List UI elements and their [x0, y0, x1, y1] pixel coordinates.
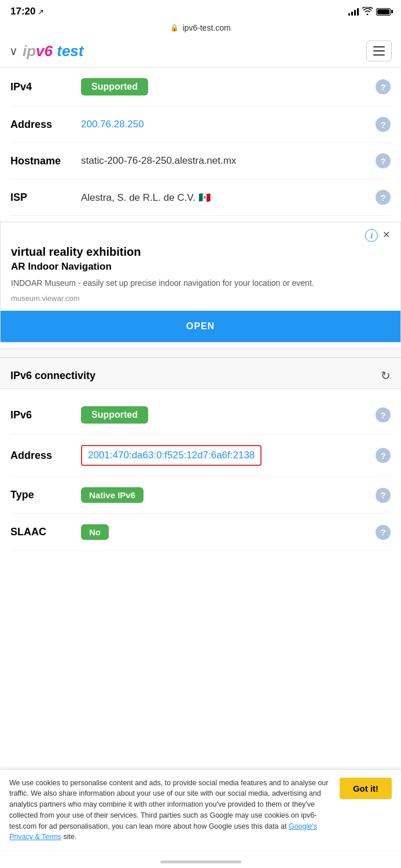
isp-label: ISP: [10, 192, 74, 204]
wifi-icon: [362, 7, 373, 17]
ad-close-icon[interactable]: ✕: [382, 229, 390, 242]
cookie-text: We use cookies to personalise content an…: [9, 778, 333, 843]
hamburger-line: [373, 50, 385, 52]
slaac-row: SLAAC No ?: [10, 514, 391, 551]
ipv4-section: IPv4 Supported ? Address 200.76.28.250 ?…: [0, 68, 401, 216]
ipv6-type-row: Type Native IPv6 ?: [10, 477, 391, 514]
ad-section: i ✕ virtual reality exhibition AR Indoor…: [0, 222, 401, 343]
ipv6-supported-badge: Supported: [81, 406, 148, 424]
cookie-banner: We use cookies to personalise content an…: [0, 769, 401, 851]
ipv6-section-header: IPv6 connectivity ↻: [0, 358, 401, 389]
address-help-icon[interactable]: ?: [376, 117, 391, 132]
ipv6-row: IPv6 Supported ?: [10, 396, 391, 435]
location-icon: ↗: [38, 8, 44, 16]
hostname-label: Hostname: [10, 155, 74, 167]
hamburger-menu-button[interactable]: [366, 41, 392, 61]
ad-open-button[interactable]: OPEN: [1, 311, 400, 342]
slaac-no-badge: No: [81, 524, 109, 540]
refresh-icon[interactable]: ↻: [381, 369, 391, 382]
status-time: 17:20: [10, 6, 35, 17]
signal-bars-icon: [348, 8, 359, 16]
ad-title-sub: AR Indoor Navigation: [11, 261, 390, 273]
ad-info-icon[interactable]: i: [365, 229, 378, 242]
ipv6-section: IPv6 Supported ? Address 2001:470:da63:0…: [0, 396, 401, 551]
ipv4-address-row: Address 200.76.28.250 ?: [10, 106, 391, 143]
hostname-help-icon[interactable]: ?: [376, 153, 391, 168]
chevron-down-icon[interactable]: ∨: [9, 44, 18, 58]
hamburger-line: [373, 46, 385, 47]
nav-bar: ∨ ipv6 test: [0, 37, 401, 68]
isp-value: Alestra, S. de R.L. de C.V. 🇲🇽: [81, 192, 369, 204]
ad-url: museum.viewar.com: [11, 294, 390, 303]
site-title-ip: ip: [23, 42, 36, 60]
status-icons: [348, 7, 391, 17]
ipv4-address-value[interactable]: 200.76.28.250: [81, 119, 369, 130]
ipv6-address-row: Address 2001:470:da63:0:f525:12d7:6a6f:2…: [10, 435, 391, 477]
home-indicator: [160, 860, 241, 863]
cookie-text-main: We use cookies to personalise content an…: [9, 779, 329, 830]
site-logo: ipv6 test: [23, 42, 84, 60]
site-title-v6: v6: [36, 42, 53, 60]
isp-row: ISP Alestra, S. de R.L. de C.V. 🇲🇽 ?: [10, 179, 391, 216]
native-ipv6-badge: Native IPv6: [81, 487, 144, 503]
ipv4-supported-badge: Supported: [81, 78, 148, 95]
ipv6-address-value: 2001:470:da63:0:f525:12d7:6a6f:2138: [88, 450, 255, 461]
ipv6-help-icon[interactable]: ?: [376, 407, 391, 422]
type-label: Type: [10, 489, 74, 501]
ipv6-address-label: Address: [10, 450, 74, 462]
isp-help-icon[interactable]: ?: [376, 190, 391, 205]
ipv4-help-icon[interactable]: ?: [376, 79, 391, 94]
lock-icon: 🔒: [170, 24, 179, 32]
hostname-row: Hostname static-200-76-28-250.alestra.ne…: [10, 143, 391, 179]
hamburger-line: [373, 54, 385, 56]
section-divider: [0, 348, 401, 358]
ipv6-address-box: 2001:470:da63:0:f525:12d7:6a6f:2138: [81, 445, 262, 466]
battery-icon: [376, 8, 391, 16]
address-bar-url: ipv6-test.com: [182, 23, 230, 32]
got-it-button[interactable]: Got it!: [340, 778, 392, 799]
ipv4-label: IPv4: [10, 81, 74, 93]
cookie-text-after: site.: [61, 833, 76, 841]
ipv6-section-title: IPv6 connectivity: [10, 370, 95, 382]
ipv4-row: IPv4 Supported ?: [10, 68, 391, 106]
slaac-label: SLAAC: [10, 526, 74, 538]
ipv6-address-help-icon[interactable]: ?: [376, 448, 391, 463]
address-label: Address: [10, 119, 74, 131]
status-bar: 17:20 ↗: [0, 0, 401, 21]
address-bar: 🔒 ipv6-test.com: [0, 21, 401, 37]
ipv6-label: IPv6: [10, 409, 74, 421]
ad-top-bar: i ✕: [11, 229, 390, 242]
hostname-value: static-200-76-28-250.alestra.net.mx: [81, 155, 369, 167]
slaac-help-icon[interactable]: ?: [376, 525, 391, 540]
ad-description: INDOAR Museum - easily set up precise in…: [11, 277, 390, 289]
nav-left: ∨ ipv6 test: [9, 42, 84, 60]
type-help-icon[interactable]: ?: [376, 488, 391, 503]
site-title-test: test: [53, 42, 83, 60]
ad-title-main: virtual reality exhibition: [11, 245, 390, 259]
ipv6-spacer: [0, 389, 401, 396]
